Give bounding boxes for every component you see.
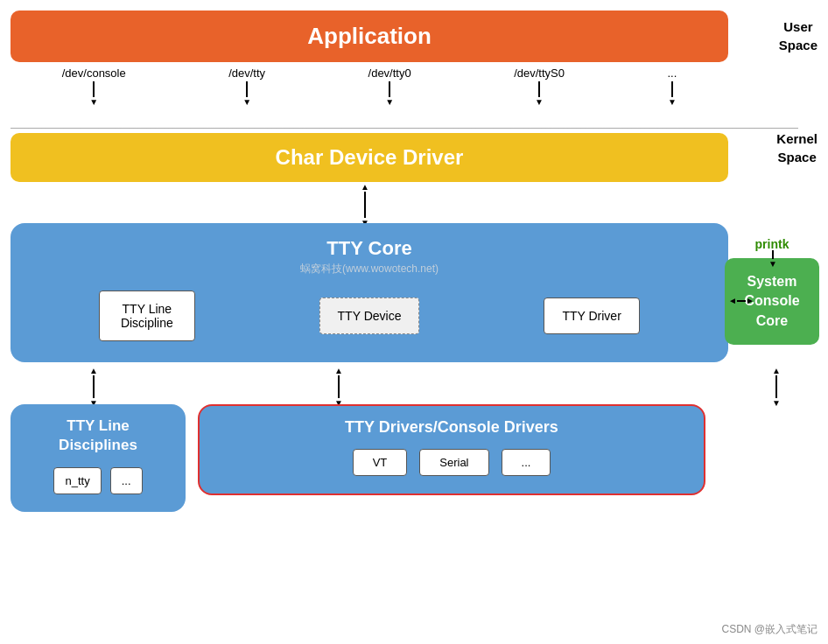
sys-console-bottom-arrow: ▲ ▼ — [772, 366, 781, 408]
application-label: Application — [307, 23, 432, 49]
tty-core-inner: TTY LineDiscipline TTY Device TTY Driver — [37, 290, 702, 341]
serial-box: Serial — [419, 449, 488, 476]
tty-core-watermark: 蜗窝科技(www.wowotech.net) — [37, 262, 702, 276]
drivers-dots-box: ... — [502, 449, 551, 476]
dev-path-tty0: /dev/tty0 ▼ — [368, 66, 411, 107]
tty-core-block: TTY Core 蜗窝科技(www.wowotech.net) TTY Line… — [11, 223, 728, 362]
dev-paths-row: /dev/console ▼ /dev/tty ▼ /dev/tty0 ▼ /d… — [11, 66, 728, 107]
dev-path-console: /dev/console ▼ — [62, 66, 126, 107]
n-tty-box: n_tty — [53, 467, 101, 494]
csdn-watermark: CSDN @嵌入式笔记 — [721, 622, 817, 637]
tty-core-title: TTY Core — [37, 237, 702, 260]
tty-ld-bottom-arrow: ▲ ▼ — [89, 366, 98, 408]
tty-drivers-block: TTY Drivers/Console Drivers VT Serial ..… — [198, 404, 705, 495]
tty-device-box: TTY Device — [319, 298, 420, 334]
dev-path-ttys0: /dev/ttyS0 ▼ — [514, 66, 565, 107]
tty-drivers-title: TTY Drivers/Console Drivers — [212, 418, 691, 437]
tty-driver-box: TTY Driver — [544, 298, 640, 334]
space-divider — [11, 128, 798, 129]
vt-box: VT — [353, 449, 408, 476]
char-device-driver-block: Char Device Driver — [11, 133, 728, 182]
user-space-label: User Space — [779, 18, 817, 54]
char-tty-arrow: ▲ ▼ — [361, 182, 369, 228]
kernel-space-label: Kernel Space — [776, 130, 817, 166]
dev-path-tty: /dev/tty ▼ — [228, 66, 265, 107]
dev-path-dots: ... ▼ — [667, 66, 677, 107]
application-block: Application — [11, 10, 728, 62]
tty-line-discipline-box: TTY LineDiscipline — [99, 290, 195, 341]
printk-arrow: ▼ — [768, 250, 777, 269]
tty-ld-sub-boxes: n_tty ... — [23, 467, 173, 494]
diagram-container: Application User Space /dev/console ▼ /d… — [0, 0, 828, 644]
tty-line-disciplines-title: TTY LineDisciplines — [23, 416, 173, 455]
tty-line-disciplines-block: TTY LineDisciplines n_tty ... — [11, 404, 186, 512]
tty-driver-bottom-arrow: ▲ ▼ — [334, 366, 343, 408]
char-device-label: Char Device Driver — [276, 145, 464, 169]
tty-drivers-sub-boxes: VT Serial ... — [212, 449, 691, 476]
ld-dots-box: ... — [110, 467, 143, 494]
tty-console-h-arrow: ◄ ► — [728, 296, 754, 305]
